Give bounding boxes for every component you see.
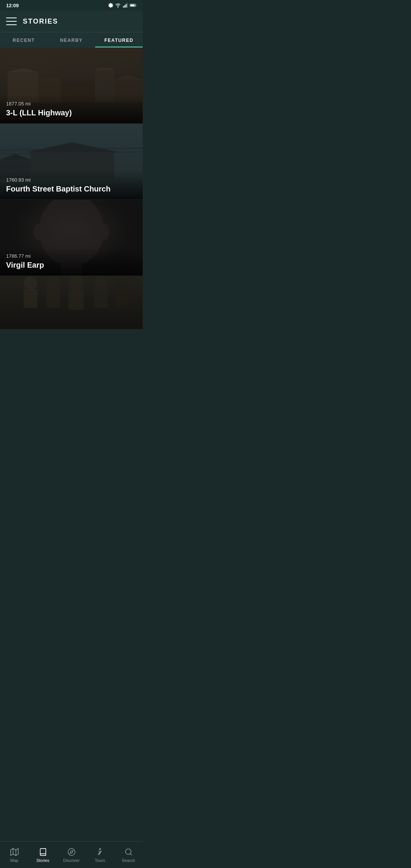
svg-marker-11: [95, 68, 114, 70]
header-title: STORIES: [23, 18, 58, 26]
svg-rect-7: [130, 5, 135, 6]
story-card-2[interactable]: 1760.93 mi Fourth Street Baptist Church: [0, 124, 143, 200]
tab-recent[interactable]: RECENT: [0, 32, 48, 48]
story-card-bg-4: [0, 276, 143, 329]
nav-item-discover[interactable]: Discover: [57, 842, 86, 868]
svg-rect-32: [68, 289, 84, 310]
map-icon: [10, 847, 19, 857]
svg-point-35: [116, 278, 128, 290]
svg-rect-2: [124, 5, 125, 7]
battery-icon: [130, 3, 137, 8]
svg-rect-3: [126, 4, 126, 8]
svg-rect-36: [116, 289, 128, 308]
wifi-icon: [115, 3, 121, 8]
discover-icon: [67, 847, 76, 857]
story-card-1[interactable]: 1877.05 mi 3-L (LLL Highway): [0, 48, 143, 124]
search-icon: [124, 847, 133, 857]
signal-icon: [123, 3, 128, 8]
tab-featured[interactable]: FEATURED: [95, 32, 143, 48]
story-card-3[interactable]: 1786.77 mi Virgil Earp: [0, 200, 143, 276]
svg-rect-4: [127, 3, 128, 8]
tab-nearby[interactable]: NEARBY: [48, 32, 95, 48]
svg-point-31: [68, 276, 84, 290]
story-title-2: Fourth Street Baptist Church: [6, 184, 137, 193]
nav-label-search: Search: [122, 858, 135, 863]
svg-point-26: [33, 224, 45, 241]
nav-label-stories: Stories: [36, 858, 49, 863]
story-distance-2: 1760.93 mi: [6, 177, 137, 183]
svg-rect-34: [94, 289, 108, 308]
svg-point-29: [46, 276, 60, 288]
settings-icon: [108, 3, 113, 8]
story-distance-3: 1786.77 mi: [6, 253, 137, 259]
svg-marker-18: [27, 142, 118, 152]
nav-label-tours: Tours: [95, 858, 105, 863]
svg-marker-9: [8, 68, 38, 72]
svg-point-27: [24, 276, 37, 290]
nav-item-tours[interactable]: Tours: [86, 842, 114, 868]
story-title-3: Virgil Earp: [6, 260, 137, 270]
tours-icon: [96, 847, 105, 857]
status-time: 12:09: [6, 3, 19, 8]
status-icons: [108, 3, 137, 8]
story-title-1: 3-L (LLL Highway): [6, 108, 137, 117]
svg-marker-20: [0, 154, 30, 160]
nav-item-search[interactable]: Search: [114, 842, 143, 868]
story-distance-1: 1877.05 mi: [6, 101, 137, 107]
svg-point-42: [99, 848, 101, 850]
bottom-nav: Map Stories Discover: [0, 841, 143, 868]
status-bar: 12:09: [0, 0, 143, 11]
svg-marker-16: [114, 75, 143, 80]
story-card-overlay-3: 1786.77 mi Virgil Earp: [0, 247, 143, 276]
group-silhouette: [0, 276, 143, 329]
app-header: STORIES: [0, 11, 143, 32]
menu-button[interactable]: [6, 16, 17, 27]
bottom-spacer: [0, 329, 143, 360]
svg-point-25: [98, 224, 109, 241]
svg-point-0: [118, 7, 118, 7]
svg-rect-30: [46, 287, 60, 308]
svg-marker-41: [70, 850, 73, 854]
svg-point-33: [94, 276, 108, 290]
svg-rect-28: [24, 289, 37, 308]
stories-icon: [38, 847, 48, 857]
stories-list: 1877.05 mi 3-L (LLL Highway) 1760.93 mi …: [0, 48, 143, 329]
svg-rect-6: [135, 5, 136, 6]
svg-point-40: [68, 848, 75, 855]
nav-label-discover: Discover: [63, 858, 80, 863]
story-card-overlay-1: 1877.05 mi 3-L (LLL Highway): [0, 95, 143, 123]
svg-marker-37: [10, 848, 18, 855]
svg-line-44: [130, 854, 132, 855]
nav-item-stories[interactable]: Stories: [29, 842, 57, 868]
nav-label-map: Map: [10, 858, 18, 863]
tabs-bar: RECENT NEARBY FEATURED: [0, 32, 143, 48]
nav-item-map[interactable]: Map: [0, 842, 29, 868]
svg-rect-1: [123, 6, 124, 8]
story-card-4[interactable]: [0, 276, 143, 329]
story-card-overlay-2: 1760.93 mi Fourth Street Baptist Church: [0, 171, 143, 199]
